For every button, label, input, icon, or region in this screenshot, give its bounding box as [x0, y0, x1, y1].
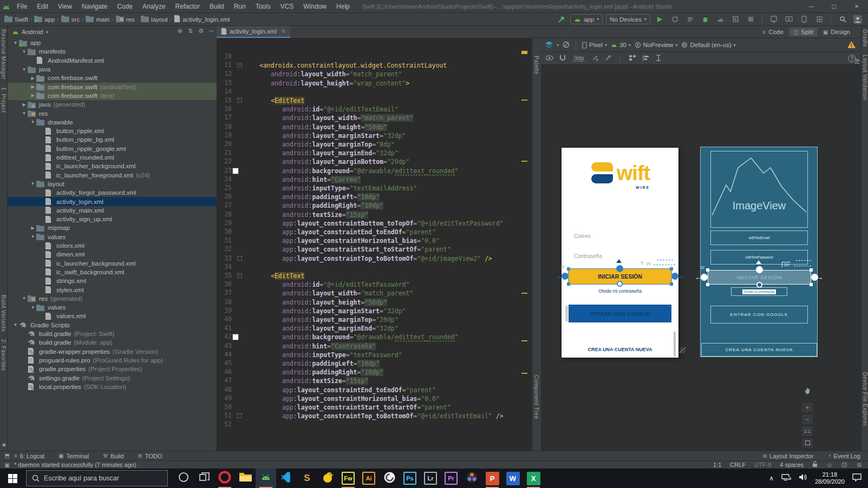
selection-handle[interactable]	[706, 283, 709, 286]
breadcrumb-item-src[interactable]: src	[61, 15, 80, 23]
zoom-level-button[interactable]: 1:1	[802, 426, 813, 436]
selection-handle[interactable]	[567, 282, 570, 286]
design-canvas[interactable]: wift WIRE Correo Contraseña INICIAR SESI…	[541, 65, 861, 451]
view-options-eye-icon[interactable]	[545, 55, 553, 62]
toolwindow-tab-layout-inspector[interactable]: ⧉Layout Inspector	[763, 453, 813, 459]
blueprint-create-account[interactable]: CREA UNA CUENTA NUEVA	[701, 343, 817, 357]
tree-item-activity-forgot-password-xml[interactable]: activity_forgot_password.xml	[8, 188, 217, 197]
line-ending-indicator[interactable]: CRLF	[730, 461, 746, 468]
tree-item-gradle-wrapper-properties[interactable]: gradle-wrapper.properties(Gradle Version…	[8, 347, 217, 356]
apply-changes-icon[interactable]	[669, 14, 681, 25]
color-preview-swatch[interactable]	[232, 168, 239, 174]
create-account-link[interactable]: CREA UNA CUENTA NUEVA	[562, 347, 678, 352]
expand-arrow-icon[interactable]: ▼	[29, 305, 36, 310]
tree-item-res[interactable]: ▼res(generated)	[8, 294, 217, 303]
expand-arrow-icon[interactable]: ▼	[29, 120, 36, 124]
taskbar-app-cortana-button[interactable]	[173, 469, 194, 488]
blueprint-google-button[interactable]: ENTRAR CON GOOGLE	[710, 306, 808, 324]
tree-item-values-xml[interactable]: values.xml	[8, 312, 217, 320]
taskbar-app-sublime-text[interactable]: S	[297, 469, 317, 488]
autoconnect-magnet-icon[interactable]	[559, 55, 566, 62]
settings-gear-icon[interactable]: ⚙	[198, 28, 204, 35]
google-signin-button[interactable]: ENTRAR CON GOOGLE	[569, 305, 671, 322]
expand-arrow-icon[interactable]: ▼	[21, 49, 28, 54]
blueprint-edittext-email[interactable]: editTextEmail	[710, 230, 808, 245]
tree-item-ic-launcher-background-xml[interactable]: ic_launcher_background.xml	[8, 162, 217, 170]
tree-item-build-gradle[interactable]: build.gradle(Project: Swift)	[8, 329, 217, 338]
toolwindow-tab-6--logcat[interactable]: ≡6: Logcat	[14, 453, 44, 459]
clear-constraints-icon[interactable]	[592, 55, 599, 62]
taskbar-app-photoshop[interactable]: Ps	[400, 469, 420, 488]
tree-item-activity-login-xml[interactable]: activity_login.xml	[8, 197, 217, 206]
run-icon[interactable]	[654, 14, 665, 25]
taskbar-clock[interactable]: 21:18 28/09/2020	[815, 471, 845, 485]
menu-help[interactable]: Help	[331, 0, 355, 13]
zoom-out-button[interactable]: −	[802, 414, 813, 424]
blueprint-preview-screen[interactable]: ImageView editTextEmail editTextPassword…	[700, 147, 818, 357]
tree-item-app[interactable]: ▼app	[8, 38, 217, 47]
tree-item-activity-sign-up-xml[interactable]: activity_sign_up.xml	[8, 215, 217, 223]
expand-arrow-icon[interactable]: ▼	[12, 322, 19, 327]
locale-dropdown[interactable]: Default (en-us)▾	[681, 42, 735, 48]
tree-item-com-firebase-swift[interactable]: ▶com.firebase.swift	[8, 74, 217, 82]
selection-handle[interactable]	[567, 267, 570, 271]
align-icon[interactable]	[642, 55, 650, 62]
design-preview-screen[interactable]: wift WIRE Correo Contraseña INICIAR SESI…	[562, 148, 678, 358]
taskbar-app-powerpoint[interactable]: P	[482, 469, 502, 488]
tree-item-activity-main-xml[interactable]: activity_main.xml	[8, 206, 217, 215]
coverage-icon[interactable]	[729, 14, 741, 25]
fold-marker[interactable]	[237, 413, 242, 418]
render-warning-icon[interactable]	[847, 41, 856, 49]
blueprint-forgot-link[interactable]: Olvide mi contraseña	[731, 287, 787, 296]
tree-item-java[interactable]: ▶java(generated)	[8, 100, 217, 109]
collapse-arrow-icon[interactable]: ▶	[21, 102, 28, 107]
selection-handle[interactable]	[810, 283, 813, 286]
fold-marker[interactable]: −	[237, 63, 242, 68]
tree-item-res[interactable]: ▼res	[8, 109, 217, 117]
breadcrumb-item-app[interactable]: app	[34, 15, 55, 23]
stripe-tab-build-variants[interactable]: Build Variants	[1, 295, 6, 332]
pan-hand-icon[interactable]	[802, 387, 813, 397]
toolwindow-tab-terminal[interactable]: ▣Terminal	[58, 453, 89, 459]
breadcrumb-item-main[interactable]: main	[86, 15, 109, 23]
pack-icon[interactable]	[629, 55, 636, 62]
expand-arrow-icon[interactable]: ▼	[21, 111, 28, 116]
gradle-daemon-icon[interactable]	[856, 461, 863, 469]
menu-analyze[interactable]: Analyze	[138, 0, 171, 13]
stripe-tab-layout-validation[interactable]: Layout Validation	[862, 55, 868, 100]
readonly-lock-icon[interactable]	[812, 461, 818, 469]
toolwindow-tab-todo[interactable]: ≣TODO	[138, 453, 162, 459]
selection-handle[interactable]	[670, 267, 673, 271]
taskbar-app-task-view-button[interactable]	[194, 469, 214, 488]
tree-item-drawable[interactable]: ▼drawable	[8, 118, 217, 127]
menu-run[interactable]: Run	[229, 0, 251, 13]
design-view-button[interactable]: ▣Design	[819, 28, 854, 36]
taskbar-app-lightroom[interactable]: Lr	[420, 469, 441, 488]
taskbar-app-android-studio[interactable]	[256, 469, 276, 488]
taskbar-app-fireworks[interactable]: Fw	[338, 469, 358, 488]
tree-item-colors-xml[interactable]: colors.xml	[8, 241, 217, 250]
device-manager-icon[interactable]	[768, 14, 780, 25]
palette-tab[interactable]: Palette	[533, 56, 539, 75]
collapse-all-icon[interactable]: ⇅	[188, 28, 193, 35]
taskbar-app-vscode[interactable]	[276, 469, 297, 488]
expand-arrow-icon[interactable]: ▼	[29, 181, 36, 186]
menu-refactor[interactable]: Refactor	[171, 0, 205, 13]
sdk-manager-icon[interactable]	[813, 14, 825, 25]
menu-code[interactable]: Code	[112, 0, 138, 13]
tree-item-edittext-rounded-xml[interactable]: edittext_rounded.xml	[8, 153, 217, 162]
minimize-button[interactable]: ─	[800, 0, 823, 13]
tree-item-dimen-xml[interactable]: dimen.xml	[8, 250, 217, 259]
guidelines-icon[interactable]	[656, 55, 661, 62]
zoom-in-button[interactable]: +	[802, 403, 813, 412]
taskbar-app-illustrator[interactable]: Ai	[358, 469, 379, 488]
tree-item-ic-launcher-background-xml[interactable]: ic_launcher_background.xml	[8, 259, 217, 268]
tree-item-ic-swift-background-xml[interactable]: ic_swift_background.xml	[8, 268, 217, 276]
tree-item-ic-launcher-foreground-xml[interactable]: ic_launcher_foreground.xml(v24)	[8, 171, 217, 180]
menu-edit[interactable]: Edit	[32, 0, 53, 13]
tree-item-gradle-scripts[interactable]: ▼Gradle Scripts	[8, 321, 217, 329]
selection-handle[interactable]	[810, 268, 813, 272]
tree-item-layout[interactable]: ▼layout	[8, 180, 217, 188]
encoding-indicator[interactable]: UTF-8	[754, 461, 771, 468]
caret-position[interactable]: 1:1	[713, 461, 721, 468]
